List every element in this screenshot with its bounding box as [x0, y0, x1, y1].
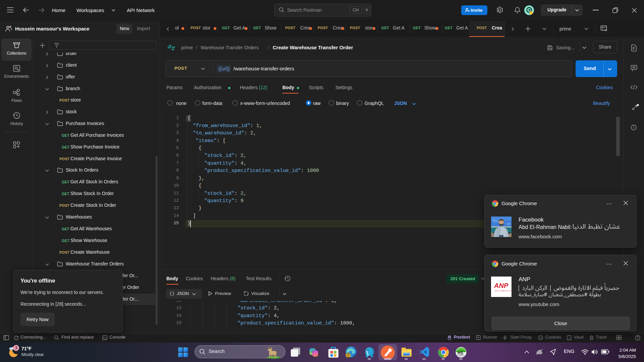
svg-text:MEDIA · CINEMA PRODUCTION: MEDIA · CINEMA PRODUCTION: [495, 290, 512, 292]
svg-text:HTTP: HTTP: [168, 46, 175, 49]
svg-text:ANP: ANP: [494, 282, 508, 289]
